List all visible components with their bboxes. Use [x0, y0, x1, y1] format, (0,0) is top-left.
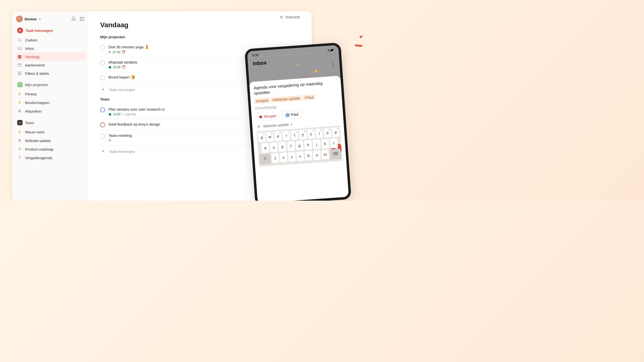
keyboard-key[interactable]: a	[261, 143, 270, 153]
keyboard-key[interactable]: s	[270, 142, 278, 153]
section-title: Mijn projecten	[100, 35, 300, 39]
keyboard-key[interactable]: p0	[332, 127, 340, 137]
project-label: Vergaderagenda	[25, 156, 52, 160]
user-menu-button[interactable]: Denise	[16, 16, 41, 22]
keyboard-key[interactable]: u7	[307, 129, 315, 139]
panel-toggle-button[interactable]	[80, 16, 84, 21]
nav-filters[interactable]: Filters & labels	[15, 69, 86, 77]
keyboard-key[interactable]: f	[287, 141, 295, 151]
svg-rect-18	[109, 66, 111, 68]
keyboard-key[interactable]: g	[295, 140, 304, 151]
project-nieuw-merk[interactable]: #Nieuw merk	[15, 128, 86, 136]
hash-icon: #	[17, 91, 22, 97]
section-label: Mijn projecten	[25, 83, 48, 87]
keyboard-key[interactable]: x	[280, 152, 288, 163]
notifications-button[interactable]	[71, 16, 76, 21]
section-label: Team	[25, 121, 34, 125]
keyboard-key[interactable]: e3	[274, 131, 282, 141]
calendar-small-icon	[108, 113, 112, 116]
shift-key[interactable]: ⇧	[259, 154, 271, 164]
project-website-update[interactable]: #Website-update	[15, 136, 86, 145]
tag-morgen[interactable]: morgen	[254, 97, 270, 103]
projects-avatar	[17, 82, 22, 87]
task-time: 10:00	[113, 65, 120, 69]
panel-icon	[80, 16, 84, 21]
tag-project[interactable]: #Website-update	[271, 95, 302, 102]
task-checkbox[interactable]	[100, 122, 105, 127]
repeat-icon: ↻	[108, 139, 111, 142]
phone-task-sheet: Agenda voor vergadering op maandag opste…	[249, 75, 346, 170]
nav-label: Inbox	[25, 46, 34, 50]
view-button[interactable]: Overzicht	[280, 15, 300, 19]
nav-label: Filters & labels	[25, 71, 49, 75]
task-checkbox[interactable]	[100, 134, 105, 139]
project-label: Website-update	[25, 139, 51, 143]
keyboard-key[interactable]: b	[304, 151, 313, 161]
task-tag: ◇ Agenda	[122, 112, 136, 116]
task-time: 14:00	[113, 113, 120, 116]
keyboard-key[interactable]: o9	[324, 127, 331, 138]
project-product-roadmap[interactable]: #Product-roadmap	[15, 145, 86, 154]
grid-icon	[17, 71, 22, 76]
nav-inbox[interactable]: Inbox	[15, 44, 86, 52]
project-boodschappen[interactable]: #Boodschappen	[15, 98, 86, 107]
plus-circle-icon: +	[17, 27, 23, 33]
add-task-button[interactable]: + Taak toevoegen	[15, 26, 86, 35]
keyboard-key[interactable]: h	[304, 140, 312, 150]
keyboard-key[interactable]: z	[271, 153, 279, 163]
keyboard-key[interactable]: k	[321, 139, 329, 149]
keyboard-key[interactable]: t5	[290, 130, 298, 140]
task-checkbox[interactable]	[100, 75, 105, 80]
keyboard-key[interactable]: i8	[315, 128, 323, 139]
alarm-icon: ⏰	[122, 65, 126, 69]
keyboard-key[interactable]: q1	[258, 132, 266, 142]
project-label: Afspraken	[25, 109, 42, 113]
project-afspraken[interactable]: #Afspraken	[15, 107, 86, 115]
svg-rect-6	[18, 64, 21, 67]
team-projects-list: #Nieuw merk #Website-update #Product-roa…	[15, 128, 86, 162]
project-label: Product-roadmap	[25, 147, 54, 151]
project-vergaderagenda[interactable]: #Vergaderagenda	[15, 154, 86, 162]
task-checkbox[interactable]	[100, 60, 105, 65]
nav-today[interactable]: 21 Vandaag	[15, 52, 86, 61]
keyboard-key[interactable]: r4	[282, 130, 290, 141]
project-fitness[interactable]: #Fitness	[15, 90, 86, 98]
bell-icon	[71, 16, 76, 21]
svg-rect-13	[20, 74, 21, 75]
keyboard-key[interactable]: l	[330, 138, 338, 148]
keyboard-key[interactable]: j	[312, 139, 321, 149]
keyboard-key[interactable]: v	[296, 151, 304, 161]
nav-search[interactable]: Zoeken	[15, 36, 86, 44]
chip-label: Morgen	[264, 114, 276, 119]
header-icon-group	[71, 16, 84, 21]
task-checkbox[interactable]	[100, 107, 105, 112]
nav-list: Zoeken Inbox 21 Vandaag Aankomend Filter…	[15, 36, 86, 77]
svg-line-3	[20, 41, 21, 42]
user-name-label: Denise	[24, 17, 36, 21]
keyboard-key[interactable]: w2	[266, 132, 274, 142]
tag-assignee[interactable]: +Paul	[302, 94, 315, 100]
keyboard-key[interactable]: n	[313, 150, 321, 160]
project-label: Nieuw merk	[25, 130, 44, 134]
keyboard-key[interactable]: c	[288, 152, 296, 162]
calendar-icon	[259, 115, 262, 119]
project-label: Fitness	[25, 92, 37, 96]
svg-rect-19	[109, 113, 111, 115]
hash-icon: #	[256, 124, 262, 129]
team-header[interactable]: d Team	[15, 115, 86, 127]
due-date-chip[interactable]: Morgen	[255, 112, 280, 121]
keyboard-key[interactable]: d	[278, 141, 286, 152]
today-icon: 21	[17, 54, 22, 59]
phone-mockup: 8:30 ▾◢■ Inbox ⋮ Agenda voor vergadering…	[244, 42, 352, 201]
plus-icon: +	[100, 149, 106, 154]
keyboard-key[interactable]: y6	[299, 129, 307, 140]
my-projects-header[interactable]: Mijn projecten	[15, 77, 86, 89]
project-name: Website-update	[263, 122, 289, 128]
keyboard-key[interactable]: m	[321, 149, 329, 160]
add-task-label: Taak toevoegen	[26, 28, 53, 33]
task-checkbox[interactable]	[100, 45, 105, 50]
assignee-chip[interactable]: Paul	[282, 110, 302, 119]
project-label: Boodschappen	[25, 100, 50, 105]
backspace-key[interactable]: ⌫	[330, 149, 341, 159]
nav-upcoming[interactable]: Aankomend	[15, 61, 86, 69]
